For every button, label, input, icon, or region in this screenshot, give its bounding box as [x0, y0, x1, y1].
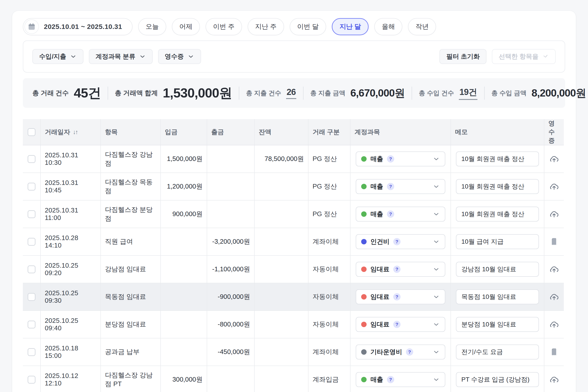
row-checkbox[interactable]	[28, 183, 36, 190]
row-checkbox[interactable]	[28, 376, 36, 384]
balance-cell	[255, 311, 308, 338]
quick-range-pill-3[interactable]: 지난 주	[248, 18, 284, 35]
header-label: 거래 구분	[313, 128, 340, 136]
row-checkbox[interactable]	[28, 266, 36, 273]
header-cell-0[interactable]: 거래일자↓↑	[41, 119, 101, 145]
receipt-upload-button[interactable]	[549, 182, 559, 192]
memo-input[interactable]	[456, 372, 539, 387]
account-select[interactable]: 매출?	[356, 207, 445, 222]
account-select[interactable]: 임대료?	[356, 289, 445, 304]
memo-input[interactable]	[456, 289, 539, 304]
receipt-view-button[interactable]	[549, 237, 558, 246]
filter-dropdown-1[interactable]: 계정과목 분류	[89, 49, 153, 64]
receipt-upload-button[interactable]	[549, 154, 559, 164]
account-select[interactable]: 매출?	[356, 152, 445, 166]
transaction-date-cell: 2025.10.31 10:30	[41, 145, 101, 172]
account-select[interactable]: 임대료?	[356, 317, 445, 332]
row-checkbox[interactable]	[28, 293, 36, 301]
quick-range-pill-0[interactable]: 오늘	[138, 18, 166, 35]
memo-input[interactable]	[456, 234, 539, 249]
deposit-cell: 1,500,000원	[161, 145, 207, 172]
account-select[interactable]: 매출?	[356, 372, 445, 387]
table-row: 2025.10.12 12:10다짐헬스장 강남점 PT300,000원계좌입금…	[23, 366, 564, 392]
header-cell-6: 계정과목	[351, 119, 451, 145]
question-badge: ?	[393, 238, 400, 245]
table-body: 2025.10.31 10:30다짐헬스장 강남점1,500,000원78,50…	[23, 145, 564, 392]
table-row: 2025.10.25 09:40분당점 임대료-800,000원자동이체임대료?	[23, 311, 564, 338]
receipt-upload-button[interactable]	[549, 209, 559, 219]
transaction-date-cell: 2025.10.25 09:20	[41, 256, 101, 283]
transaction-date-cell: 2025.10.25 09:30	[41, 283, 101, 310]
receipt-view-button[interactable]	[549, 348, 558, 356]
bulk-action-button[interactable]: 선택한 항목을	[492, 49, 556, 64]
chevron-down-icon	[70, 53, 77, 60]
deposit-cell	[161, 311, 207, 338]
filter-dropdown-2[interactable]: 영수증	[158, 49, 201, 64]
withdrawal-cell: -450,000원	[207, 338, 255, 366]
memo-input[interactable]	[456, 317, 539, 332]
select-all-checkbox[interactable]	[28, 128, 36, 136]
memo-input[interactable]	[456, 344, 539, 360]
summary-item-2: 총 지출 건수26	[246, 87, 296, 99]
filter-dropdown-label: 영수증	[165, 52, 184, 61]
row-checkbox[interactable]	[28, 238, 36, 246]
table-row: 2025.10.25 09:30목동점 임대료-900,000원자동이체임대료?	[23, 283, 564, 311]
header-cell-3: 출금	[207, 119, 255, 145]
account-select[interactable]: 기타운영비?	[356, 344, 445, 360]
date-range-picker[interactable]: 2025.10.01 ~ 2025.10.31	[23, 18, 133, 35]
summary-label: 총 지출 건수	[246, 89, 281, 98]
summary-item-4: 총 수입 건수19건	[419, 86, 477, 100]
receipt-upload-button[interactable]	[549, 264, 559, 274]
deposit-cell	[161, 283, 207, 310]
header-label: 계정과목	[355, 128, 380, 136]
summary-item-3: 총 지출 금액6,670,000원	[310, 86, 405, 100]
account-label: 기타운영비	[370, 348, 402, 356]
memo-cell	[451, 228, 544, 255]
summary-value[interactable]: 26	[286, 87, 296, 99]
receipt-cell	[544, 311, 564, 338]
sort-icon[interactable]: ↓↑	[73, 129, 78, 136]
summary-value[interactable]: 19건	[459, 86, 477, 100]
memo-input[interactable]	[456, 152, 539, 166]
receipt-file-icon	[549, 237, 558, 246]
row-checkbox[interactable]	[28, 320, 36, 328]
filter-dropdown-0[interactable]: 수입/지출	[32, 49, 84, 64]
memo-input[interactable]	[456, 179, 539, 194]
memo-input[interactable]	[456, 207, 539, 222]
account-cell: 매출?	[351, 145, 451, 172]
receipt-cell	[544, 283, 564, 310]
row-checkbox[interactable]	[28, 348, 36, 356]
memo-input[interactable]	[456, 262, 539, 277]
receipt-upload-button[interactable]	[549, 320, 559, 330]
row-checkbox-cell	[23, 228, 41, 255]
question-badge: ?	[406, 348, 413, 356]
header-label: 영수증	[548, 119, 560, 145]
account-select[interactable]: 인건비?	[356, 234, 445, 249]
summary-divider	[108, 86, 108, 100]
quick-range-pill-2[interactable]: 이번 주	[206, 18, 242, 35]
receipt-upload-button[interactable]	[549, 374, 559, 384]
quick-range-pill-4[interactable]: 이번 달	[290, 18, 326, 35]
receipt-upload-button[interactable]	[549, 292, 559, 302]
quick-range-pill-6[interactable]: 올해	[374, 18, 402, 35]
table-header-row: 거래일자↓↑항목입금출금잔액거래 구분계정과목메모영수증	[23, 119, 564, 145]
balance-cell	[255, 173, 308, 200]
date-toolbar: 2025.10.01 ~ 2025.10.31 오늘어제이번 주지난 주이번 달…	[23, 18, 565, 35]
transaction-type-cell: 자동이체	[308, 256, 351, 283]
account-select[interactable]: 임대료?	[356, 262, 445, 277]
row-checkbox[interactable]	[28, 155, 36, 163]
quick-range-pill-5[interactable]: 지난 달	[332, 18, 369, 35]
filter-dropdown-label: 수입/지출	[39, 52, 66, 61]
transaction-item-cell: 목동점 임대료	[101, 283, 161, 310]
filter-reset-button[interactable]: 필터 초기화	[439, 49, 486, 64]
account-select[interactable]: 매출?	[356, 179, 445, 194]
transaction-type-cell: 자동이체	[308, 311, 351, 338]
deposit-cell: 1,200,000원	[161, 173, 207, 200]
quick-range-pill-7[interactable]: 작년	[408, 18, 436, 35]
quick-range-pill-1[interactable]: 어제	[172, 18, 200, 35]
summary-divider	[239, 86, 239, 100]
transaction-type-cell: 계좌이체	[308, 338, 351, 366]
transaction-item-cell: 다짐헬스장 강남점 PT	[101, 366, 161, 392]
bulk-action-label: 선택한 항목을	[499, 52, 538, 61]
row-checkbox[interactable]	[28, 210, 36, 218]
